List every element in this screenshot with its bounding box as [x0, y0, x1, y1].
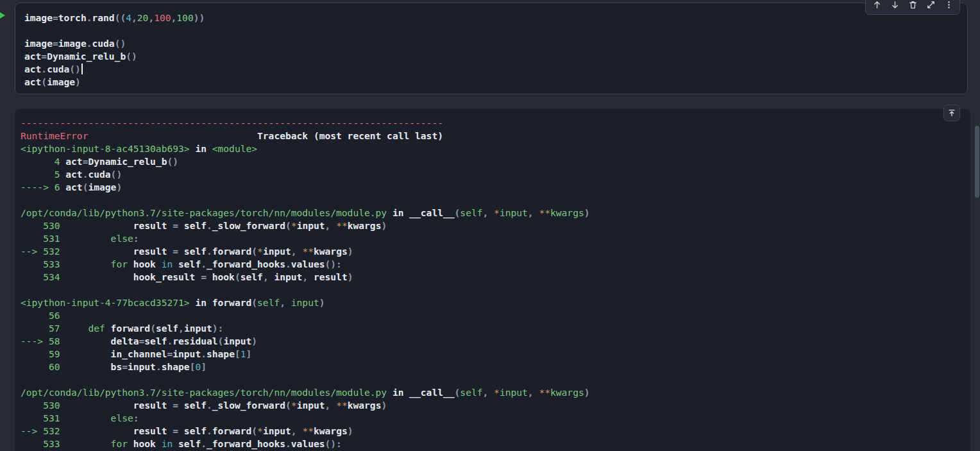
code-token: input — [500, 387, 528, 398]
code-token: 56 — [21, 310, 60, 321]
output-line: --> 532 result = self.forward(*input, **… — [21, 245, 964, 258]
scrollbar-thumb[interactable] — [975, 126, 979, 198]
code-token: ] — [201, 361, 207, 372]
code-token: result — [133, 246, 173, 257]
code-cell[interactable]: image=torch.rand((4,20,100,100))image=im… — [15, 3, 968, 94]
code-token: ) — [348, 246, 353, 257]
code-token: in_channel — [111, 348, 167, 359]
code-token — [60, 348, 111, 359]
output-line: RuntimeError Traceback (most recent call… — [21, 130, 964, 142]
code-token — [60, 220, 133, 231]
code-token: ** — [302, 425, 314, 436]
output-line — [21, 373, 964, 386]
code-token: . — [201, 348, 207, 359]
code-token: ** — [336, 220, 348, 231]
output-line: 56 — [21, 309, 964, 322]
code-line[interactable]: act.cuda() — [24, 63, 958, 76]
dots-vertical-icon — [944, 0, 954, 10]
code-token: ( — [150, 323, 156, 334]
code-token: ** — [302, 246, 314, 257]
output-line: 533 for hook in self._forward_hooks.valu… — [21, 258, 964, 271]
code-token: . — [207, 400, 212, 411]
code-token: ---> 58 — [21, 336, 60, 346]
code-token: input — [173, 348, 201, 359]
code-token: <ipython-input-4-77bcacd35271> — [21, 297, 190, 308]
code-token: result — [133, 425, 173, 436]
code-token: ) — [319, 297, 325, 308]
code-token: : — [133, 413, 139, 423]
scrollbar[interactable] — [974, 0, 980, 451]
output-line: 59 in_channel=input.shape[1] — [21, 348, 964, 361]
code-token: kwargs — [550, 387, 584, 398]
code-token: = — [167, 348, 173, 359]
output-line: ----> 6 act(image) — [21, 181, 964, 194]
code-token: hook — [128, 438, 162, 449]
code-token: for — [111, 438, 128, 449]
code-token: , — [291, 425, 303, 436]
code-token — [60, 271, 133, 282]
code-token — [60, 425, 133, 436]
code-token: input — [297, 220, 325, 231]
code-line[interactable] — [24, 24, 958, 37]
code-token: 5 — [21, 169, 65, 180]
code-token: input — [263, 425, 291, 436]
move-cell-up-button[interactable] — [868, 0, 885, 13]
code-token: = — [173, 425, 184, 436]
code-token: input — [263, 246, 291, 257]
code-token — [60, 413, 111, 423]
code-token: , — [291, 246, 303, 257]
code-token: hook — [212, 271, 235, 282]
code-token: ) — [381, 400, 387, 411]
code-token — [60, 438, 111, 449]
code-token: = — [53, 12, 58, 23]
code-token: () — [111, 169, 122, 180]
code-token: shape — [162, 361, 190, 372]
expand-cell-button[interactable] — [922, 0, 939, 13]
output-area: ----------------------------------------… — [15, 109, 970, 451]
code-token — [60, 233, 111, 244]
move-cell-down-button[interactable] — [886, 0, 903, 13]
code-editor[interactable]: image=torch.rand((4,20,100,100))image=im… — [24, 12, 958, 89]
code-token: . — [285, 259, 291, 269]
code-token: , — [178, 323, 184, 334]
code-token: /opt/conda/lib/python3.7/site-packages/t… — [21, 207, 387, 218]
code-line[interactable]: act=Dynamic_relu_b() — [24, 50, 958, 63]
code-line[interactable]: image=image.cuda() — [24, 37, 958, 50]
code-line[interactable]: image=torch.rand((4,20,100,100)) — [24, 12, 958, 24]
code-token: in — [387, 207, 409, 218]
delete-cell-button[interactable] — [904, 0, 921, 13]
output-line — [21, 284, 964, 296]
code-token: = — [173, 220, 184, 231]
code-token: = — [201, 271, 212, 282]
cell-toolbar — [865, 0, 960, 15]
code-token: self — [460, 387, 482, 398]
code-token: self — [241, 271, 263, 282]
code-line[interactable]: act(image) — [24, 76, 958, 89]
code-token: , — [280, 297, 291, 308]
traceback-output: ----------------------------------------… — [21, 117, 964, 450]
code-token: ( — [251, 425, 257, 436]
code-token: ----> 6 — [21, 182, 65, 192]
code-token: : — [133, 233, 139, 244]
code-token: act — [65, 169, 82, 180]
code-token: . — [207, 220, 212, 231]
code-token: 531 — [21, 413, 60, 423]
code-token: Traceback (most recent call last) — [88, 130, 443, 141]
code-token: ( — [285, 220, 291, 231]
code-token: Dynamic_relu_b — [88, 156, 167, 167]
run-cell-indicator-icon[interactable] — [0, 10, 6, 21]
collapse-output-button[interactable] — [943, 105, 960, 121]
code-token: input — [297, 400, 325, 411]
code-token: 20 — [137, 12, 149, 23]
output-line: 60 bs=input.shape[0] — [21, 361, 964, 373]
code-token: 100 — [176, 12, 193, 23]
code-token — [60, 246, 133, 257]
code-token: ( — [251, 297, 257, 308]
code-token: ) — [116, 182, 122, 192]
code-token: 57 — [21, 323, 60, 334]
code-token: , — [263, 271, 275, 282]
code-token: input — [274, 271, 302, 282]
code-token: cuda — [88, 169, 110, 180]
more-actions-button[interactable] — [940, 0, 957, 13]
code-token: = — [41, 51, 47, 62]
